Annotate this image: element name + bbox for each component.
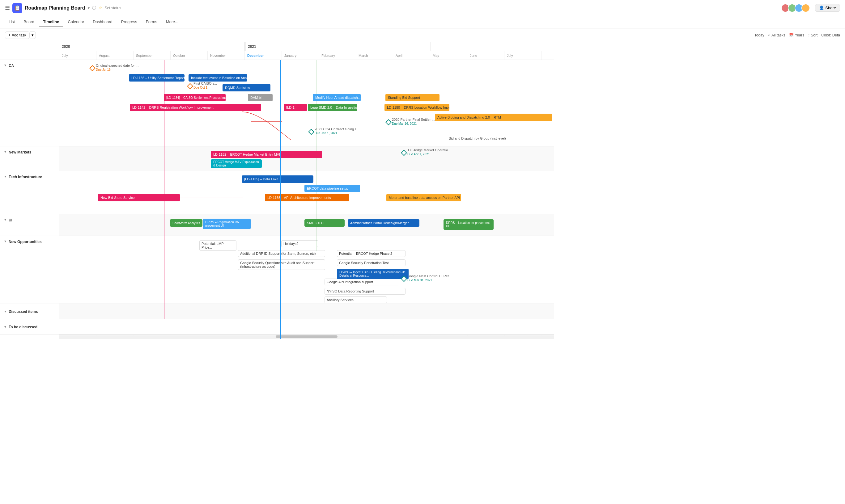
task-ancillary[interactable]: Ancillary Services	[325, 296, 387, 303]
months-row: July August September October November D…	[59, 51, 554, 60]
section-label-new-markets[interactable]: ▼ New Markets	[0, 146, 59, 171]
month-march: March	[356, 51, 393, 59]
milestone-2020-partner-diamond	[385, 119, 392, 125]
nav-forms[interactable]: Forms	[142, 17, 161, 27]
chevron-to-discuss-icon: ▼	[4, 325, 7, 329]
avatar-4	[801, 4, 810, 12]
task-short-term[interactable]: Short-term Analytics...	[170, 219, 203, 227]
task-new-bid-store[interactable]: New Bid-Store Service	[98, 194, 180, 201]
milestone-2021-cca-diamond	[308, 129, 314, 135]
task-google-sec-q[interactable]: Google Security Questionnaire Audit and …	[238, 259, 325, 270]
task-leap-smd[interactable]: Leap SMD 2.0 – Data In-gestion Improveme…	[308, 104, 357, 111]
task-ld-1135[interactable]: [LD-1135] – Data Lake	[242, 175, 313, 183]
sort-button[interactable]: ↕ Sort	[808, 33, 817, 37]
month-july2: July	[504, 51, 541, 59]
new-markets-label: New Markets	[8, 150, 31, 155]
app-icon: 📋	[12, 3, 22, 13]
nav-calendar[interactable]: Calendar	[64, 17, 88, 27]
chevron-ui-icon: ▼	[4, 218, 7, 221]
menu-icon[interactable]: ☰	[5, 5, 10, 12]
milestone-original-due: Due Jul 15	[96, 68, 111, 71]
task-ld-893[interactable]: LD-893 – Ingest CAISO Billing De-termina…	[337, 269, 409, 279]
section-label-to-discuss[interactable]: ▼ To be discussed	[0, 319, 59, 335]
task-ld-1136[interactable]: LD-1136 – Utility Settlement Report	[129, 74, 185, 82]
all-tasks-button[interactable]: ○ All tasks	[768, 33, 786, 37]
task-dam-bi[interactable]: DAM bi...	[248, 94, 273, 101]
nav-timeline[interactable]: Timeline	[39, 17, 63, 27]
info-icon: ⓘ	[92, 5, 96, 11]
task-standing-bid[interactable]: Standing Bid Support	[385, 94, 439, 101]
task-ercot-hedge[interactable]: ERCOT Hedge M&V Explo-ration & Design	[211, 159, 262, 168]
share-icon: 👤	[819, 5, 824, 10]
task-active-bidding[interactable]: Active Bidding and Dispatching 2.0 – RTM	[435, 114, 552, 121]
nav-more[interactable]: More...	[162, 17, 182, 27]
nav-list[interactable]: List	[5, 17, 19, 27]
milestone-2020-partner-due: Due Mar 16, 2021	[392, 122, 417, 125]
h-scrollbar-thumb	[276, 336, 338, 338]
years-button[interactable]: 📅 Years	[789, 33, 804, 37]
year-2020: 2020	[59, 42, 245, 51]
share-button[interactable]: 👤 Share	[815, 4, 840, 12]
section-new-opp: Potential: LMP Price... Holidays? Additi…	[59, 236, 554, 304]
task-rqmd[interactable]: RQMD Statistics	[223, 84, 271, 91]
chevron-new-markets-icon: ▼	[4, 150, 7, 154]
add-task-dropdown[interactable]: ▾	[30, 31, 36, 39]
today-button[interactable]: Today	[755, 33, 764, 37]
topbar: ☰ 📋 Roadmap Planning Board ▾ ⓘ ☆ Set sta…	[0, 0, 845, 16]
section-label-new-opp[interactable]: ▼ New Opportunities	[0, 236, 59, 304]
task-smd-ui[interactable]: SMD 2.0 UI	[305, 219, 345, 227]
section-label-ui[interactable]: ▼ UI	[0, 214, 59, 236]
task-ercot-pipeline[interactable]: ERCOT data pipeline setup	[305, 185, 360, 192]
star-icon[interactable]: ☆	[99, 5, 102, 10]
timeline-container: ▼ CA ▼ New Markets ▼ Tech Infrastructure…	[0, 42, 845, 504]
month-december: December	[245, 51, 282, 59]
task-potential-lmp[interactable]: Potential: LMP Price...	[199, 240, 237, 251]
color-button[interactable]: Color: Defa	[821, 33, 840, 37]
section-label-ca[interactable]: ▼ CA	[0, 60, 59, 146]
nav-progress[interactable]: Progress	[118, 17, 141, 27]
task-holidays[interactable]: Holidays?	[281, 240, 318, 247]
section-label-discussed[interactable]: ▼ Discussed items	[0, 304, 59, 319]
task-meter-baseline[interactable]: Meter and baseline data access on Partne…	[386, 194, 461, 201]
task-ld-1134[interactable]: [LD-1134] – CAISO Settlement Process Imp…	[164, 94, 226, 101]
timeline-inner: 2020 2021 July August September October …	[59, 42, 554, 339]
task-ld1-unknown[interactable]: [LD-1...	[284, 104, 307, 111]
chevron-tech-infra-icon: ▼	[4, 175, 7, 178]
task-ld-1152[interactable]: LD-1152 – ERCOT Hedge Market Entry MVP	[211, 151, 322, 158]
milestone-2021-cca-due: Due Jan 1, 2021	[315, 131, 337, 135]
task-nyiso[interactable]: NYISO Data Reporting Support	[325, 288, 406, 294]
milestone-original[interactable]: Original expected date for ... Due Jul 1…	[90, 66, 94, 70]
h-scrollbar[interactable]	[59, 336, 554, 339]
nav-board[interactable]: Board	[20, 17, 38, 27]
month-august: August	[97, 51, 134, 59]
milestone-google-nest-due: Due Mar 31, 2021	[407, 278, 432, 282]
section-to-discuss	[59, 319, 554, 335]
plus-icon: +	[8, 33, 11, 37]
task-drrs-reg[interactable]: DRRS – Registration im-provement UI	[203, 219, 251, 229]
ca-label: CA	[8, 64, 14, 68]
task-modify-hour[interactable]: Modify Hour Ahead dispatch...	[313, 94, 361, 101]
task-bid-dispatch-label[interactable]: Bid and Dispatch by Group (inst level)	[449, 137, 506, 140]
month-june: June	[467, 51, 504, 59]
add-task-button[interactable]: + Add task	[5, 32, 30, 39]
section-new-markets: LD-1152 – ERCOT Hedge Market Entry MVP E…	[59, 146, 554, 171]
task-google-sec-pen[interactable]: Google Security Penetration Test	[337, 259, 406, 266]
chevron-discussed-icon: ▼	[4, 310, 7, 313]
task-google-api[interactable]: Google API integration support	[325, 278, 399, 285]
task-additional-drp[interactable]: Additional DRP ID Support (for Stem, Sun…	[238, 250, 325, 257]
task-potential-ercot[interactable]: Potential – ERCOT Hedge Phase 2	[337, 250, 406, 257]
task-ld-1165[interactable]: LD-1165 – API Architecture Improvements	[265, 194, 349, 201]
task-ld-1142[interactable]: LD-1142 – DRRS Registration Workflow Imp…	[130, 104, 261, 111]
task-drrs-loc[interactable]: DRRS – Location im-provement UI	[444, 219, 494, 230]
timeline-area[interactable]: 2020 2021 July August September October …	[59, 42, 845, 504]
milestone-tx-hedge-due: Due Apr 1, 2021	[407, 152, 430, 156]
status-button[interactable]: Set status	[105, 6, 121, 10]
title-chevron-icon: ▾	[88, 6, 90, 10]
task-include-test[interactable]: Include test event in Baseline on Analyt…	[189, 74, 247, 82]
section-label-tech-infra[interactable]: ▼ Tech Infrastructure	[0, 171, 59, 214]
nav-dashboard[interactable]: Dashboard	[89, 17, 116, 27]
task-ld-1150[interactable]: LD-1150 – DRRS Location Workflow Improve…	[384, 104, 449, 111]
app-title: Roadmap Planning Board	[25, 5, 85, 11]
chevron-new-opp-icon: ▼	[4, 240, 7, 243]
task-admin-partner[interactable]: Admin/Partner Portal Redesign/Merger	[348, 219, 419, 227]
